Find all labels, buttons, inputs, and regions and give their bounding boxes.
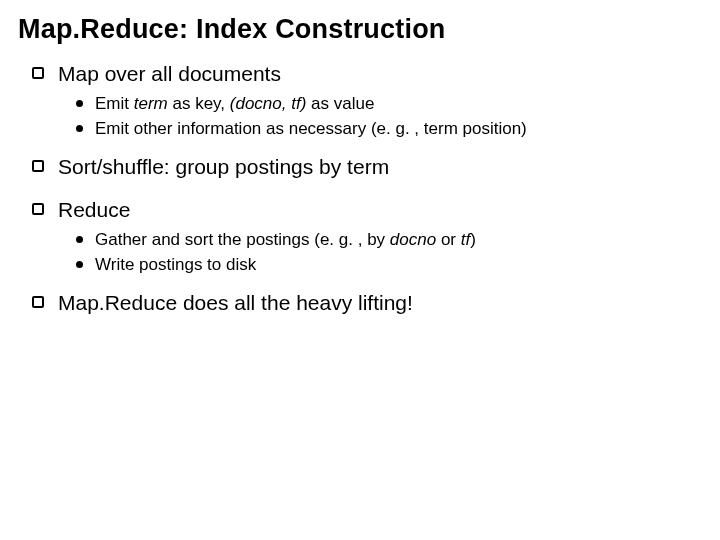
list-item: Map.Reduce does all the heavy lifting! <box>32 290 700 316</box>
sublist-item-text: Emit other information as necessary (e. … <box>95 118 527 140</box>
text-run: as key, <box>168 94 230 113</box>
sublist-item: Write postings to disk <box>76 254 700 276</box>
list-item: Sort/shuffle: group postings by term <box>32 154 700 180</box>
list-item: Map over all documents <box>32 61 700 87</box>
list-item-text: Map.Reduce does all the heavy lifting! <box>58 290 413 316</box>
sublist-item: Emit term as key, (docno, tf) as value <box>76 93 700 115</box>
square-bullet-icon <box>32 160 44 172</box>
list-item-text: Map over all documents <box>58 61 281 87</box>
sublist-item-text: Emit term as key, (docno, tf) as value <box>95 93 374 115</box>
slide: Map.Reduce: Index Construction Map over … <box>0 0 720 316</box>
slide-title: Map.Reduce: Index Construction <box>18 14 700 45</box>
square-bullet-icon <box>32 296 44 308</box>
text-run: Write postings to disk <box>95 255 256 274</box>
dot-bullet-icon <box>76 100 83 107</box>
sublist-item: Gather and sort the postings (e. g. , by… <box>76 229 700 251</box>
italic-run: docno <box>390 230 436 249</box>
dot-bullet-icon <box>76 261 83 268</box>
italic-run: (docno, tf) <box>230 94 307 113</box>
sublist-item-text: Gather and sort the postings (e. g. , by… <box>95 229 476 251</box>
text-run: Gather and sort the postings (e. g. , by <box>95 230 390 249</box>
square-bullet-icon <box>32 203 44 215</box>
dot-bullet-icon <box>76 236 83 243</box>
italic-run: term <box>134 94 168 113</box>
text-run: ) <box>470 230 476 249</box>
sublist-item: Emit other information as necessary (e. … <box>76 118 700 140</box>
square-bullet-icon <box>32 67 44 79</box>
list-item-text: Reduce <box>58 197 130 223</box>
sublist: Gather and sort the postings (e. g. , by… <box>76 229 700 276</box>
text-run: Emit other information as necessary (e. … <box>95 119 527 138</box>
text-run: as value <box>306 94 374 113</box>
text-run: or <box>436 230 461 249</box>
sublist: Emit term as key, (docno, tf) as value E… <box>76 93 700 140</box>
dot-bullet-icon <box>76 125 83 132</box>
italic-run: tf <box>461 230 470 249</box>
list-item-text: Sort/shuffle: group postings by term <box>58 154 389 180</box>
list-item: Reduce <box>32 197 700 223</box>
text-run: Emit <box>95 94 134 113</box>
sublist-item-text: Write postings to disk <box>95 254 256 276</box>
